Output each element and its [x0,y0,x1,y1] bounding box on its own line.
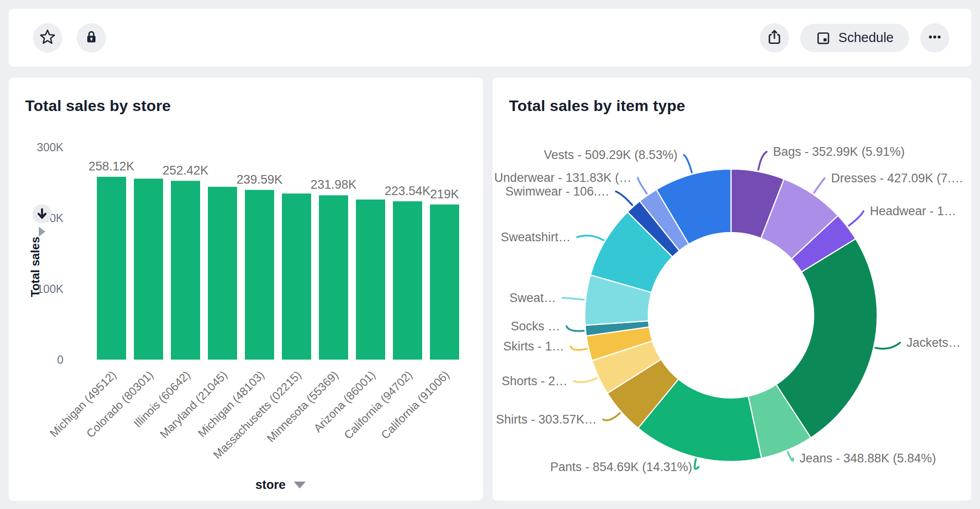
donut-leader-line-Headwear [849,211,863,226]
donut-leader-line-Shirts [603,413,620,420]
donut-leader-line-Socks [567,326,584,331]
donut-leader-line-Vests [684,155,692,173]
bar-chart: 300K200K100K0258.12KMichigan (49512)Colo… [9,78,483,501]
donut-leader-line-Skirts [571,346,587,350]
donut-slice-label-Jackets: Jackets… [906,336,961,350]
bar-Illinois (60642)[interactable] [171,181,200,360]
donut-slice-label-Jeans: Jeans - 348.88K (5.84%) [800,451,936,465]
bar-California (91006)[interactable] [430,205,459,360]
donut-slice-label-Shirts: Shirts - 303.57K… [496,413,597,426]
donut-leader-line-Bags [758,152,767,170]
donut-slice-label-Socks: Socks … [511,319,560,333]
x-category-label: Colorado (80301) [84,368,155,440]
bar-value-label: 223.54K [385,184,431,198]
x-category-label: Michigan (48103) [195,368,266,440]
toolbar-left-group [9,23,106,53]
bar-Michigan (48103)[interactable] [245,190,274,360]
x-axis-field-label: store [255,478,286,492]
lock-button[interactable] [77,23,106,53]
bar-value-label: 231.98K [311,178,357,191]
donut-slice-label-Bags: Bags - 352.99K (5.91%) [773,145,905,159]
donut-chart: Bags - 352.99K (5.91%)Dresses - 427.09K … [493,78,971,501]
donut-leader-line-Pants [694,459,699,469]
donut-slice-label-Sweatshirts: Sweatshirt… [501,230,571,244]
donut-chart-card: Total sales by item type Bags - 352.99K … [493,78,971,501]
star-icon [39,29,56,47]
y-tick-label: 0 [57,353,64,366]
toolbar-right-group: Schedule [760,23,971,53]
bar-Maryland (21045)[interactable] [208,187,237,360]
donut-slice-label-Swimwear: Swimwear - 106.… [505,185,609,198]
favorite-button[interactable] [33,23,62,53]
x-category-label: California (94702) [341,368,414,441]
chevron-down-icon [294,482,306,488]
donut-slice-label-Pants: Pants - 854.69K (14.31%) [550,460,692,474]
schedule-button-label: Schedule [838,30,894,45]
bar-value-label: 219K [430,187,459,201]
donut-slice-label-Vests: Vests - 509.29K (8.53%) [544,148,678,162]
donut-leader-line-Jackets [875,343,900,349]
bar-value-label: 239.59K [237,173,283,186]
donut-slice-label-Underwear: Underwear - 131.83K (… [494,171,631,185]
axis-expand-triangle-icon[interactable] [39,227,45,237]
more-options-button[interactable] [920,23,949,53]
bar-Minnesota (55369)[interactable] [319,195,348,360]
donut-leader-line-Dresses [814,178,825,193]
y-tick-label: 100K [37,282,64,295]
donut-slice-label-Sweaters: Sweat… [509,291,556,305]
bar-Massachusetts (02215)[interactable] [282,194,311,360]
schedule-button[interactable]: Schedule [800,24,909,52]
donut-leader-line-Swimwear [616,191,632,205]
donut-leader-line-Sweaters [562,298,584,300]
x-category-label: California (91006) [378,368,451,441]
bar-value-label: 252.42K [163,164,209,177]
ellipsis-icon [926,28,943,47]
x-category-label: Maryland (21045) [157,368,229,440]
dashboard-toolbar: Schedule [9,9,971,67]
y-tick-label: 300K [37,141,64,154]
donut-slice-label-Skirts: Skirts - 1… [503,339,564,353]
donut-slice-label-Headwear: Headwear - 1… [870,204,956,218]
share-button[interactable] [760,23,789,53]
lock-icon [83,29,100,47]
bar-chart-card: Total sales by store Total sales 300K200… [9,78,483,501]
donut-leader-line-Shorts [574,378,597,382]
donut-leader-line-Underwear [638,178,647,194]
donut-slice-label-Dresses: Dresses - 427.09K (7.… [831,171,964,185]
bar-value-label: 258.12K [89,159,135,173]
donut-leader-line-Jeans [788,452,793,461]
share-icon [766,29,783,47]
bar-California (94702)[interactable] [393,201,422,360]
x-category-label: Minnesota (55369) [264,368,340,445]
bar-Arizona (86001)[interactable] [356,200,385,360]
x-category-label: Michigan (49512) [47,368,118,440]
donut-leader-line-Sweatshirts [577,235,604,240]
calendar-icon [816,30,831,46]
bar-chart-x-axis-title[interactable]: store [255,478,306,492]
bar-Colorado (80301)[interactable] [134,179,163,360]
bar-Michigan (49512)[interactable] [97,177,126,360]
donut-slice-label-Shorts: Shorts - 2… [502,374,567,388]
